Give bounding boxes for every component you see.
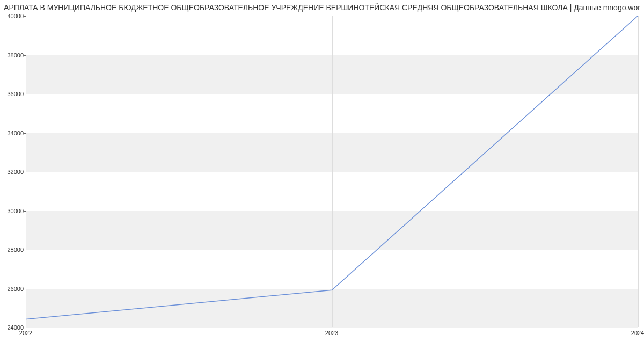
y-tick-mark — [24, 133, 26, 134]
y-tick-label: 30000 — [2, 208, 24, 214]
y-tick-label: 26000 — [2, 286, 24, 292]
plot-area — [26, 16, 638, 328]
x-tick-label: 2024 — [631, 330, 644, 336]
y-tick-mark — [24, 211, 26, 212]
x-tick-label: 2023 — [325, 330, 338, 336]
y-tick-mark — [24, 16, 26, 17]
y-tick-label: 36000 — [2, 91, 24, 97]
x-tick-label: 2022 — [19, 330, 32, 336]
y-tick-mark — [24, 94, 26, 94]
y-tick-label: 28000 — [2, 246, 24, 253]
y-tick-label: 34000 — [2, 130, 24, 136]
y-tick-label: 38000 — [2, 52, 24, 59]
y-tick-mark — [24, 55, 26, 56]
chart-svg — [26, 16, 638, 327]
chart-title: АРПЛАТА В МУНИЦИПАЛЬНОЕ БЮДЖЕТНОЕ ОБЩЕОБ… — [0, 3, 644, 12]
y-tick-mark — [24, 250, 26, 250]
y-tick-label: 32000 — [2, 169, 24, 175]
data-line — [26, 16, 638, 319]
x-gridline — [638, 16, 639, 327]
x-tick-mark — [332, 328, 332, 330]
y-tick-label: 40000 — [2, 13, 24, 19]
y-tick-mark — [24, 289, 26, 289]
y-tick-mark — [24, 172, 26, 172]
x-tick-mark — [638, 328, 638, 330]
x-tick-mark — [26, 328, 26, 330]
